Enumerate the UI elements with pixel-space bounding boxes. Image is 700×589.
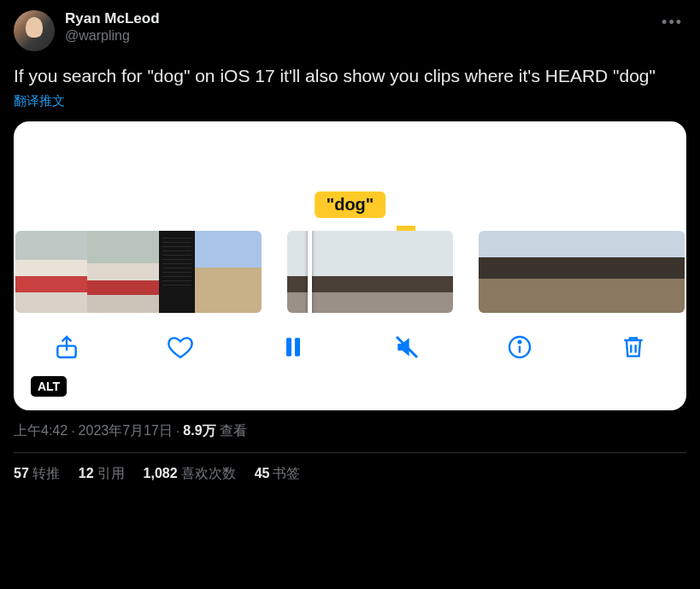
pause-icon (279, 333, 307, 364)
svg-point-6 (519, 341, 521, 344)
speaker-muted-icon (393, 333, 421, 364)
media-attachment[interactable]: "dog" (14, 121, 686, 410)
info-icon (506, 333, 533, 364)
stat-retweets[interactable]: 57转推 (14, 465, 60, 483)
media-preview-area: "dog" (14, 121, 686, 231)
trash-icon (620, 333, 647, 364)
clip-frame (654, 231, 685, 313)
clip-group-active[interactable] (287, 231, 453, 313)
clip-frame (584, 231, 619, 313)
clip-frame (619, 231, 654, 313)
timeline-clips[interactable] (14, 231, 686, 313)
share-icon (53, 333, 80, 364)
mute-button[interactable] (391, 333, 422, 364)
clip-frame (514, 231, 549, 313)
svg-rect-1 (286, 339, 291, 356)
display-name: Ryan McLeod (65, 10, 648, 27)
clip-frame (344, 231, 400, 313)
tweet-header: Ryan McLeod @warpling ••• (14, 10, 686, 51)
clip-group[interactable] (15, 231, 262, 313)
clip-frame (231, 231, 262, 313)
heart-icon (167, 333, 194, 364)
stat-likes[interactable]: 1,082喜欢次数 (144, 465, 236, 483)
clip-frame (479, 231, 514, 313)
stat-quotes[interactable]: 12引用 (79, 465, 125, 483)
playhead[interactable] (308, 231, 312, 313)
like-button[interactable] (165, 333, 196, 364)
user-handle: @warpling (65, 27, 648, 45)
clip-frame (195, 231, 231, 313)
clip-frame (15, 231, 51, 313)
clip-frame (159, 231, 195, 313)
info-button[interactable] (504, 333, 535, 364)
tweet-meta[interactable]: 上午4:42 · 2023年7月17日 · 8.9万 查看 (14, 422, 686, 453)
clip-frame (51, 231, 87, 313)
stat-bookmarks[interactable]: 45书签 (255, 465, 301, 483)
pause-button[interactable] (278, 333, 309, 364)
more-button[interactable]: ••• (658, 10, 686, 35)
share-button[interactable] (51, 333, 82, 364)
tweet-date: 2023年7月17日 (79, 422, 173, 440)
views-count: 8.9万 (183, 422, 215, 440)
clip-frame (400, 231, 453, 313)
translate-link[interactable]: 翻译推文 (14, 93, 686, 109)
tweet-time: 上午4:42 (14, 422, 68, 440)
media-toolbar (14, 313, 686, 364)
clip-frame (123, 231, 159, 313)
tweet-text: If you search for "dog" on iOS 17 it'll … (14, 63, 686, 88)
delete-button[interactable] (618, 333, 649, 364)
avatar[interactable] (14, 10, 55, 51)
clip-frame (549, 231, 584, 313)
search-tag: "dog" (315, 191, 386, 218)
alt-badge[interactable]: ALT (31, 376, 67, 397)
clip-frame (287, 231, 344, 313)
user-info[interactable]: Ryan McLeod @warpling (65, 10, 648, 45)
svg-rect-2 (295, 339, 300, 356)
tweet-stats: 57转推 12引用 1,082喜欢次数 45书签 (14, 465, 686, 483)
views-label: 查看 (220, 422, 247, 440)
clip-group[interactable] (479, 231, 685, 313)
tweet-container: Ryan McLeod @warpling ••• If you search … (0, 0, 700, 483)
clip-frame (87, 231, 123, 313)
